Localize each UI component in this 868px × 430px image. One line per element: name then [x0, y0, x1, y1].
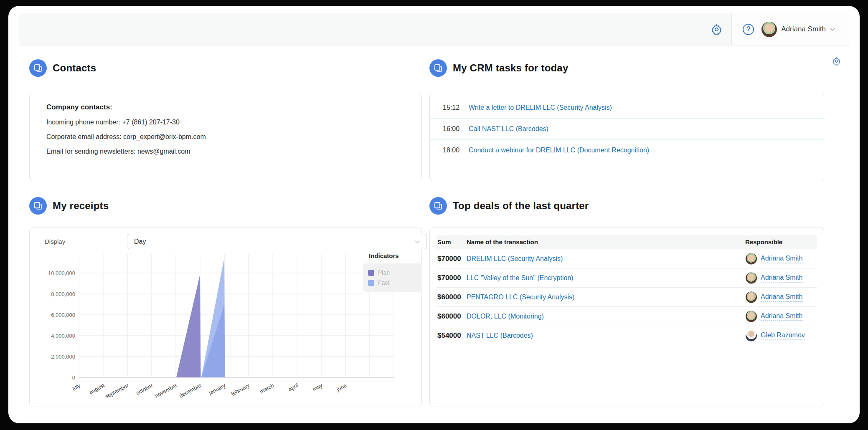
user-zone: ? Adriana Smith — [731, 13, 849, 45]
section-title: My CRM tasks for today — [453, 62, 568, 74]
column-header-name: Name of the transaction — [467, 238, 538, 245]
deal-responsible: Gleb Razumov — [746, 330, 805, 341]
chevron-down-icon — [415, 240, 420, 243]
deals-table-header: Sum Name of the transaction Responsible — [437, 235, 817, 249]
responsible-link[interactable]: Gleb Razumov — [761, 331, 805, 340]
deals-card: Sum Name of the transaction Responsible … — [429, 228, 824, 407]
task-link[interactable]: Conduct a webinar for DRELIM LLC (Docume… — [469, 147, 649, 154]
deal-row: $60000 PENTAGRO LLC (Security Analysis) … — [437, 288, 817, 307]
deal-link[interactable]: NAST LLC (Barcodes) — [467, 332, 533, 339]
svg-text:march: march — [259, 382, 275, 395]
deal-sum: $54000 — [437, 331, 461, 340]
user-avatar — [761, 22, 777, 37]
responsible-avatar — [746, 330, 757, 341]
svg-text:february: february — [230, 382, 251, 397]
deal-responsible: Adriana Smith — [746, 311, 803, 322]
svg-text:10,000,000: 10,000,000 — [48, 270, 75, 276]
copy-docs-icon — [29, 59, 47, 77]
deal-link[interactable]: LLC "Valley of the Sun" (Encryption) — [467, 274, 574, 282]
svg-text:october: october — [135, 382, 154, 396]
legend-swatch — [368, 280, 374, 286]
task-time: 15:12 — [443, 104, 469, 111]
legend-swatch — [368, 270, 374, 276]
column-header-responsible: Responsible — [745, 238, 782, 245]
tasks-card: 15:12 Write a letter to DRELIM LLC (Secu… — [429, 93, 824, 181]
display-period-select[interactable]: Day — [127, 234, 427, 249]
column-header-sum: Sum — [437, 238, 451, 245]
help-icon[interactable]: ? — [743, 24, 754, 35]
display-label: Display — [45, 238, 65, 245]
legend-label: Plan — [378, 269, 390, 276]
svg-text:june: june — [335, 382, 348, 392]
section-title: Top deals of the last quarter — [453, 200, 589, 212]
task-time: 18:00 — [443, 147, 469, 154]
receipts-card: Display Day 02,000,0004,000,0006,000,000… — [29, 228, 422, 407]
deal-link[interactable]: PENTAGRO LLC (Security Analysis) — [467, 293, 574, 301]
svg-text:november: november — [154, 382, 178, 399]
deal-row: $60000 DOLOR, LLC (Monitoring) Adriana S… — [437, 307, 817, 326]
contacts-card: Company contacts: Incoming phone number:… — [29, 93, 422, 181]
svg-text:april: april — [287, 382, 299, 392]
contact-line: Incoming phone number: +7 (861) 207-17-3… — [46, 119, 405, 126]
svg-text:january: january — [208, 382, 227, 396]
chart-legend: Indicators Plan Fact — [363, 252, 422, 292]
contact-line: Email for sending newsletters: news@gmai… — [46, 148, 405, 155]
contact-line: Corporate email address: corp_expert@bri… — [46, 133, 405, 141]
legend-item[interactable]: Plan — [368, 268, 417, 278]
responsible-link[interactable]: Adriana Smith — [761, 312, 803, 321]
user-menu[interactable]: Adriana Smith — [761, 22, 835, 37]
svg-text:may: may — [312, 382, 324, 392]
section-deals-title: Top deals of the last quarter — [429, 197, 589, 215]
legend-label: Fact — [378, 279, 389, 286]
task-row: 18:00 Conduct a webinar for DRELIM LLC (… — [430, 140, 823, 161]
deal-responsible: Adriana Smith — [746, 253, 803, 264]
deal-sum: $70000 — [437, 255, 461, 263]
legend-item[interactable]: Fact — [368, 278, 417, 288]
legend-box: Plan Fact — [363, 263, 422, 292]
deal-row: $54000 NAST LLC (Barcodes) Gleb Razumov — [437, 326, 817, 345]
app-window: ? Adriana Smith Contacts My CRM tasks fo… — [8, 6, 860, 423]
deal-sum: $60000 — [437, 293, 461, 301]
deal-responsible: Adriana Smith — [746, 291, 803, 303]
settings-gear-icon[interactable] — [711, 24, 722, 35]
svg-text:4,000,000: 4,000,000 — [51, 333, 75, 339]
responsible-avatar — [746, 311, 757, 322]
dashboard-settings-gear-icon[interactable] — [832, 57, 841, 66]
responsible-avatar — [746, 253, 757, 264]
deal-sum: $60000 — [437, 312, 461, 321]
task-row: 15:12 Write a letter to DRELIM LLC (Secu… — [430, 97, 823, 119]
copy-docs-icon — [429, 59, 447, 77]
top-bar: ? Adriana Smith — [19, 13, 849, 46]
deal-link[interactable]: DRELIM LLC (Security Analysis) — [467, 255, 563, 263]
user-name: Adriana Smith — [781, 25, 826, 33]
section-title: My receipts — [53, 200, 109, 212]
svg-text:september: september — [104, 382, 130, 400]
chevron-down-icon — [830, 28, 835, 31]
task-time: 16:00 — [443, 125, 469, 133]
svg-text:2,000,000: 2,000,000 — [51, 354, 75, 360]
section-receipts-title: My receipts — [29, 197, 109, 215]
responsible-link[interactable]: Adriana Smith — [761, 273, 803, 282]
section-contacts-title: Contacts — [29, 59, 96, 77]
task-link[interactable]: Call NAST LLC (Barcodes) — [469, 125, 548, 133]
deal-row: $70000 LLC "Valley of the Sun" (Encrypti… — [437, 268, 817, 288]
deal-sum: $70000 — [437, 274, 461, 282]
responsible-link[interactable]: Adriana Smith — [761, 254, 803, 263]
display-period-value: Day — [134, 238, 146, 245]
svg-text:july: july — [71, 382, 81, 392]
task-link[interactable]: Write a letter to DRELIM LLC (Security A… — [469, 104, 612, 111]
deal-link[interactable]: DOLOR, LLC (Monitoring) — [467, 313, 544, 320]
svg-text:august: august — [88, 382, 106, 395]
deal-responsible: Adriana Smith — [746, 272, 803, 283]
svg-text:6,000,000: 6,000,000 — [51, 312, 75, 318]
svg-text:0: 0 — [72, 374, 75, 381]
svg-text:8,000,000: 8,000,000 — [51, 291, 75, 297]
contacts-heading: Company contacts: — [46, 103, 405, 111]
responsible-link[interactable]: Adriana Smith — [761, 293, 803, 301]
copy-docs-icon — [29, 197, 47, 215]
responsible-avatar — [746, 291, 757, 303]
section-tasks-title: My CRM tasks for today — [429, 59, 568, 77]
svg-text:december: december — [178, 382, 203, 399]
legend-title: Indicators — [369, 252, 422, 259]
page-title: Contacts — [53, 62, 96, 74]
